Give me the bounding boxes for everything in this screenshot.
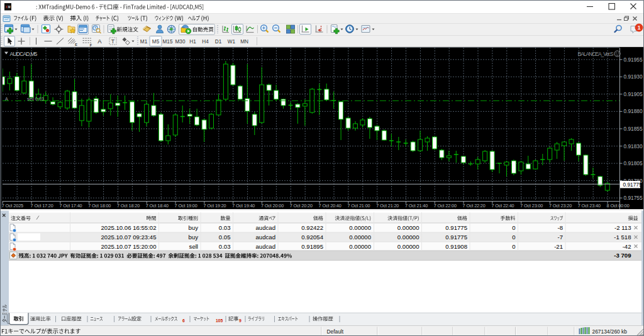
svg-text:6: 6 (182, 318, 185, 323)
svg-text:AUDCAD,M5: AUDCAD,M5 (10, 51, 38, 57)
svg-text:7 Oct 18:40: 7 Oct 18:40 (146, 203, 169, 209)
svg-text:0.91755: 0.91755 (624, 195, 643, 201)
svg-text:7 Oct 22:40: 7 Oct 22:40 (491, 203, 514, 209)
svg-text:7 Oct 18:00: 7 Oct 18:00 (88, 203, 111, 209)
svg-text:0.03: 0.03 (219, 224, 231, 231)
svg-text:7 Oct 19:20: 7 Oct 19:20 (203, 203, 226, 209)
svg-text:A: A (97, 38, 102, 45)
svg-text:0.00000: 0.00000 (349, 224, 371, 231)
svg-text:267134/260 kb: 267134/260 kb (592, 328, 628, 335)
svg-text:0.91895: 0.91895 (301, 243, 323, 250)
svg-text:-21: -21 (554, 243, 563, 250)
svg-text:7 Oct 20:20: 7 Oct 20:20 (290, 203, 313, 209)
svg-text:8 Oct 00:00: 8 Oct 00:00 (607, 203, 630, 209)
svg-text:0.92422: 0.92422 (301, 224, 323, 231)
svg-text:7 Oct 20:40: 7 Oct 20:40 (319, 203, 341, 209)
svg-text:2025.10.07 15:20:00: 2025.10.07 15:20:00 (101, 243, 156, 250)
svg-text:7 Oct 21:20: 7 Oct 21:20 (376, 203, 399, 209)
svg-text:-2 113: -2 113 (614, 224, 631, 231)
svg-text:0.91775: 0.91775 (445, 224, 467, 231)
svg-text:E: E (75, 43, 77, 46)
svg-text:A: A (5, 96, 8, 102)
svg-text:0.00000: 0.00000 (397, 224, 419, 231)
svg-text:7 Oct 23:00: 7 Oct 23:00 (520, 203, 543, 209)
svg-text:105: 105 (216, 318, 223, 323)
svg-text:7 Oct 22:00: 7 Oct 22:00 (434, 203, 457, 209)
svg-text:2025.10.07 09:23:45: 2025.10.07 09:23:45 (101, 234, 156, 241)
svg-text:1: 1 (638, 24, 641, 31)
svg-text:7 Oct 20:00: 7 Oct 20:00 (261, 203, 284, 209)
svg-text:audcad: audcad (256, 243, 275, 250)
svg-text:0.91905: 0.91905 (624, 91, 643, 97)
svg-text:0: 0 (512, 224, 515, 231)
svg-text:7 Oct 23:40: 7 Oct 23:40 (578, 203, 601, 209)
svg-text:-3 709: -3 709 (614, 252, 631, 259)
svg-text:D1: D1 (215, 39, 222, 45)
svg-text:MN: MN (240, 39, 248, 45)
svg-text:M: M (8, 6, 11, 9)
svg-text:7 Oct 21:40: 7 Oct 21:40 (405, 203, 428, 209)
svg-text:0.00000: 0.00000 (349, 234, 371, 241)
svg-text:0: 0 (512, 234, 515, 241)
svg-text:7 Oct 22:20: 7 Oct 22:20 (463, 203, 486, 209)
svg-text:BALANCEA_Ver.S: BALANCEA_Ver.S (578, 51, 614, 57)
svg-text:2025.10.06 16:55:02: 2025.10.06 16:55:02 (101, 224, 156, 231)
svg-text:0.91955: 0.91955 (624, 57, 643, 63)
svg-text:0.91830: 0.91830 (624, 143, 643, 149)
svg-text:buy: buy (189, 224, 199, 231)
svg-text:M5: M5 (152, 39, 160, 45)
svg-text:7 Oct 2025: 7 Oct 2025 (2, 203, 23, 209)
svg-text:7 Oct 19:00: 7 Oct 19:00 (175, 203, 197, 209)
svg-text:audcad: audcad (256, 234, 275, 241)
svg-text:H1: H1 (189, 39, 196, 45)
svg-text:7 Oct 19:40: 7 Oct 19:40 (232, 203, 255, 209)
svg-text:0.91855: 0.91855 (624, 126, 643, 132)
svg-text:0.03: 0.03 (219, 243, 231, 250)
svg-text:-1 518: -1 518 (614, 234, 631, 241)
svg-text:7 Oct 18:20: 7 Oct 18:20 (117, 203, 140, 209)
svg-text:M30: M30 (175, 39, 186, 45)
svg-text:0.91930: 0.91930 (624, 73, 643, 80)
svg-text:7 Oct 17:40: 7 Oct 17:40 (59, 203, 82, 209)
svg-text:-7: -7 (557, 234, 563, 241)
svg-text:T: T (111, 38, 115, 45)
svg-text:0.92054: 0.92054 (301, 234, 323, 241)
svg-text:0.05: 0.05 (219, 234, 231, 241)
svg-text:7 Oct 21:00: 7 Oct 21:00 (347, 203, 370, 209)
svg-text:-42: -42 (623, 243, 631, 250)
svg-text:Default: Default (327, 328, 344, 335)
svg-text:0.91775: 0.91775 (445, 234, 467, 241)
svg-text:0.91908: 0.91908 (445, 243, 467, 250)
svg-text:M15: M15 (163, 39, 173, 45)
svg-text:buy: buy (189, 234, 199, 241)
svg-text:H4: H4 (202, 39, 209, 45)
svg-text:-8: -8 (557, 224, 563, 231)
svg-text:0.91805: 0.91805 (624, 160, 643, 166)
svg-text:0.00000: 0.00000 (397, 234, 419, 241)
svg-text:sell: sell (189, 243, 198, 250)
svg-text:sell 0.03: sell 0.03 (27, 96, 44, 102)
svg-text:audcad: audcad (256, 224, 275, 231)
svg-text:9: 9 (239, 318, 242, 323)
svg-text:0: 0 (512, 243, 515, 250)
svg-text:7 Oct 23:20: 7 Oct 23:20 (549, 203, 572, 209)
svg-text:W1: W1 (228, 39, 236, 45)
svg-text:0.00000: 0.00000 (349, 243, 371, 250)
svg-text:0.00000: 0.00000 (397, 243, 419, 250)
svg-text:0.91775: 0.91775 (623, 182, 642, 188)
svg-text:7 Oct 17:20: 7 Oct 17:20 (31, 203, 53, 209)
svg-text:0.91880: 0.91880 (624, 108, 643, 114)
svg-text:M1: M1 (140, 39, 148, 45)
